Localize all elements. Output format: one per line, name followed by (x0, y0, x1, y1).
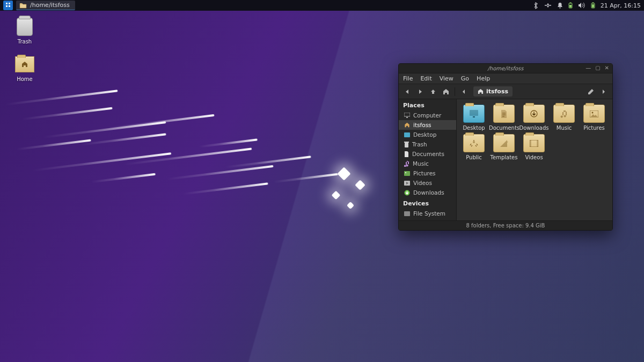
sidebar-item-itsfoss[interactable]: itsfoss (399, 120, 456, 130)
svg-rect-27 (530, 140, 531, 147)
battery2-icon[interactable] (591, 2, 595, 9)
sidebar-heading-places: Places (399, 99, 456, 110)
sidebar-item-documents[interactable]: Documents (399, 149, 456, 159)
sidebar-item-filesystem[interactable]: File System (399, 209, 456, 218)
nav-home-button[interactable] (441, 86, 451, 97)
monitor-icon (404, 113, 410, 118)
home-icon (478, 88, 484, 94)
sidebar-heading-devices: Devices (399, 197, 456, 209)
svg-point-12 (405, 172, 406, 173)
desktop-icon-label: Home (17, 76, 33, 82)
battery-icon[interactable] (568, 2, 573, 9)
toolbar: itsfoss (399, 84, 612, 99)
bluetooth-icon[interactable] (533, 2, 539, 9)
nav-up-button[interactable] (428, 86, 438, 97)
breadcrumb-home[interactable]: itsfoss (473, 86, 513, 97)
path-back-button[interactable] (458, 86, 469, 97)
window-titlebar[interactable]: /home/itsfoss — ▢ ✕ (399, 64, 612, 73)
icon-view[interactable]: Desktop Documents Downloads Music Pictur… (457, 99, 612, 220)
svg-rect-6 (404, 113, 410, 116)
svg-rect-9 (405, 143, 408, 147)
video-icon (404, 181, 410, 186)
taskbar-item-label: /home/itsfoss (30, 2, 70, 9)
menu-go[interactable]: Go (461, 75, 469, 82)
menu-view[interactable]: View (440, 75, 453, 82)
path-forward-button[interactable] (598, 86, 609, 97)
desktop-icon-home[interactable]: Home (9, 55, 41, 82)
menu-help[interactable]: Help (477, 75, 490, 82)
svg-rect-15 (404, 211, 410, 216)
menu-edit[interactable]: Edit (420, 75, 431, 82)
svg-rect-1 (569, 3, 571, 4)
sidebar-item-pictures[interactable]: Pictures (399, 168, 456, 178)
music-icon (404, 161, 409, 167)
sidebar-item-trash[interactable]: Trash (399, 139, 456, 149)
maximize-button[interactable]: ▢ (595, 65, 600, 71)
drive-icon (404, 211, 410, 216)
svg-point-24 (592, 112, 594, 113)
status-bar: 8 folders, Free space: 9.4 GiB (399, 220, 612, 230)
sidebar: Places Computer itsfoss Desktop Trash Do… (399, 99, 457, 220)
breadcrumb: itsfoss (473, 86, 513, 97)
clock[interactable]: 21 Apr, 16:15 (601, 2, 641, 9)
desktop-icon-trash[interactable]: Trash (9, 17, 41, 45)
top-panel: /home/itsfoss 21 Apr, 16:15 (0, 0, 644, 11)
sidebar-item-videos[interactable]: Videos (399, 178, 456, 188)
system-tray: 21 Apr, 16:15 (533, 2, 641, 9)
svg-rect-7 (406, 117, 408, 118)
folder-item-templates[interactable]: Templates (489, 134, 519, 160)
folder-item-music[interactable]: Music (549, 105, 579, 131)
app-menu-button[interactable] (3, 1, 13, 10)
trash-icon (404, 142, 409, 147)
minimize-button[interactable]: — (586, 65, 591, 71)
nav-back-button[interactable] (402, 86, 413, 97)
breadcrumb-label: itsfoss (486, 88, 508, 95)
svg-rect-28 (537, 140, 538, 147)
sidebar-item-computer[interactable]: Computer (399, 110, 456, 120)
svg-rect-8 (404, 132, 410, 137)
folder-item-documents[interactable]: Documents (489, 105, 519, 131)
trash-icon (17, 18, 33, 36)
menu-file[interactable]: File (403, 75, 413, 82)
volume-icon[interactable] (578, 2, 586, 9)
desktop-icon-label: Trash (18, 39, 32, 45)
sidebar-item-desktop[interactable]: Desktop (399, 130, 456, 139)
download-icon (404, 190, 410, 196)
sidebar-item-downloads[interactable]: Downloads (399, 188, 456, 197)
folder-item-downloads[interactable]: Downloads (519, 105, 549, 131)
taskbar-item-filemanager[interactable]: /home/itsfoss (16, 1, 75, 10)
svg-rect-10 (404, 142, 409, 143)
svg-point-25 (473, 141, 475, 143)
document-icon (404, 151, 409, 157)
folder-item-desktop[interactable]: Desktop (459, 105, 489, 131)
close-button[interactable]: ✕ (605, 65, 609, 71)
picture-icon (404, 171, 410, 176)
folder-item-public[interactable]: Public (459, 134, 489, 160)
svg-rect-4 (592, 3, 594, 4)
filemanager-window[interactable]: /home/itsfoss — ▢ ✕ File Edit View Go He… (398, 63, 613, 231)
notifications-icon[interactable] (557, 2, 563, 9)
svg-rect-5 (592, 4, 594, 8)
folder-item-pictures[interactable]: Pictures (579, 105, 609, 131)
folder-icon (15, 56, 34, 72)
svg-rect-11 (404, 171, 410, 176)
folder-icon (19, 2, 27, 9)
folder-item-videos[interactable]: Videos (519, 134, 549, 160)
svg-rect-2 (569, 5, 572, 8)
desktop-icon (404, 132, 410, 137)
sidebar-item-music[interactable]: Music (399, 159, 456, 168)
home-icon (404, 122, 410, 128)
status-text: 8 folders, Free space: 9.4 GiB (466, 223, 545, 228)
svg-rect-21 (473, 116, 475, 117)
nav-forward-button[interactable] (415, 86, 426, 97)
window-title: /home/itsfoss (487, 65, 523, 71)
svg-rect-20 (470, 110, 478, 116)
edit-path-button[interactable] (586, 86, 596, 97)
network-icon[interactable] (544, 3, 552, 8)
desktop[interactable]: /home/itsfoss 21 Apr, 16:15 Trash Home /… (0, 0, 644, 362)
menu-bar: File Edit View Go Help (399, 73, 612, 84)
